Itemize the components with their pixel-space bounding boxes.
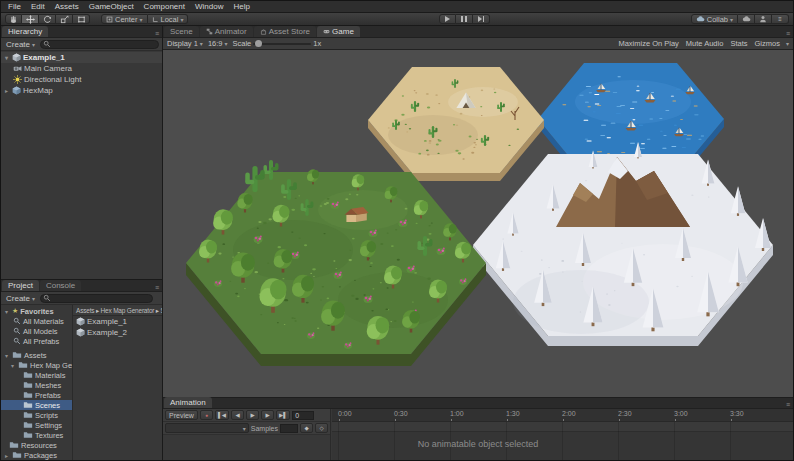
folder-scenes-selected[interactable]: Scenes — [1, 400, 72, 410]
hand-tool-button[interactable] — [5, 14, 22, 24]
panel-menu-icon[interactable]: ≡ — [155, 284, 159, 291]
scene-row[interactable]: ▾ Example_1 — [1, 52, 162, 63]
move-tool-button[interactable] — [22, 14, 39, 24]
favorite-all-prefabs[interactable]: All Prefabs — [1, 336, 72, 346]
tab-project[interactable]: Project — [2, 280, 39, 291]
menu-component[interactable]: Component — [139, 2, 190, 11]
mute-audio-toggle[interactable]: Mute Audio — [686, 39, 724, 48]
search-icon — [43, 40, 51, 48]
tab-scene[interactable]: Scene — [164, 26, 199, 37]
menu-help[interactable]: Help — [228, 2, 254, 11]
rotate-tool-button[interactable] — [39, 14, 56, 24]
stats-toggle[interactable]: Stats — [730, 39, 747, 48]
folder-settings[interactable]: Settings — [1, 420, 72, 430]
hierarchy-create-button[interactable]: Create▾ — [4, 40, 37, 49]
rotate-icon — [43, 15, 52, 24]
panel-menu-icon[interactable]: ≡ — [786, 30, 790, 37]
expander-icon[interactable]: ▸ — [3, 87, 10, 94]
hierarchy-item-directional-light[interactable]: Directional Light — [1, 74, 162, 85]
project-tabstrip: Project Console ≡ — [1, 280, 162, 292]
folder-packages[interactable]: ▸ Packages — [1, 450, 72, 460]
file-example-1[interactable]: Example_1 — [73, 316, 162, 327]
collab-button[interactable]: Collab▾ — [691, 14, 738, 24]
folder-meshes[interactable]: Meshes — [1, 380, 72, 390]
menu-assets[interactable]: Assets — [50, 2, 84, 11]
camera-icon — [13, 64, 22, 73]
next-key-button[interactable]: ▶ — [261, 410, 274, 420]
project-create-button[interactable]: Create▾ — [4, 294, 37, 303]
first-key-button[interactable]: ▌◀ — [215, 410, 229, 420]
cloud-services-button[interactable] — [738, 14, 755, 24]
account-button[interactable] — [755, 14, 772, 24]
scale-tool-button[interactable] — [56, 14, 73, 24]
tab-console[interactable]: Console — [40, 280, 81, 291]
project-search[interactable] — [40, 294, 153, 303]
anim-play-button[interactable]: ▶ — [246, 410, 259, 420]
step-button[interactable] — [473, 14, 490, 24]
pivot-rotation-button[interactable]: Local▾ — [148, 14, 189, 24]
favorite-all-materials[interactable]: All Materials — [1, 316, 72, 326]
tab-animation[interactable]: Animation — [164, 397, 212, 408]
hierarchy-search[interactable] — [40, 40, 159, 49]
folder-materials[interactable]: Materials — [1, 370, 72, 380]
timeline-ruler[interactable]: 0:00 0:30 1:00 1:30 2:00 2:30 3:00 3:30 — [332, 409, 793, 422]
slider-thumb[interactable] — [255, 40, 262, 47]
tab-hierarchy[interactable]: Hierarchy — [2, 26, 48, 37]
frame-field[interactable] — [292, 411, 314, 420]
file-example-2[interactable]: Example_2 — [73, 327, 162, 338]
folder-textures[interactable]: Textures — [1, 430, 72, 440]
game-viewport[interactable] — [163, 50, 793, 397]
preview-toggle[interactable]: Preview — [165, 410, 198, 420]
menu-file[interactable]: File — [3, 2, 26, 11]
record-button[interactable]: ● — [200, 410, 213, 420]
animation-empty-message: No animatable object selected — [163, 439, 793, 449]
play-button[interactable] — [439, 14, 456, 24]
tab-game[interactable]: Game — [317, 26, 360, 37]
caret-down-icon: ▾ — [200, 40, 203, 47]
light-icon — [13, 75, 22, 84]
aspect-dropdown[interactable]: 16:9▾ — [208, 39, 228, 48]
breadcrumb[interactable]: Assets ▸ Hex Map Generator ▸ Scenes — [73, 305, 162, 316]
folder-scripts[interactable]: Scripts — [1, 410, 72, 420]
scale-slider[interactable] — [253, 43, 311, 45]
folder-prefabs[interactable]: Prefabs — [1, 390, 72, 400]
add-event-button[interactable]: ◇ — [315, 423, 328, 433]
unity-scene-icon — [12, 53, 21, 62]
add-keyframe-button[interactable]: ◆ — [300, 423, 313, 433]
gizmos-dropdown[interactable]: Gizmos ▾ — [754, 39, 789, 48]
caret-down-icon: ▾ — [730, 16, 733, 23]
panel-menu-icon[interactable]: ≡ — [786, 401, 790, 408]
folder-assets[interactable]: ▾ Assets — [1, 350, 72, 360]
tab-asset-store[interactable]: Asset Store — [254, 26, 316, 37]
favorites-row[interactable]: ▾ ★ Favorites — [1, 306, 72, 316]
pivot-mode-button[interactable]: Center▾ — [101, 14, 148, 24]
animation-timeline[interactable]: 0:00 0:30 1:00 1:30 2:00 2:30 3:00 3:30 — [332, 409, 793, 460]
hierarchy-item-main-camera[interactable]: Main Camera — [1, 63, 162, 74]
clip-dropdown[interactable]: ▾ — [165, 423, 249, 433]
hierarchy-item-hexmap[interactable]: ▸ HexMap — [1, 85, 162, 96]
menu-gameobject[interactable]: GameObject — [84, 2, 139, 11]
layers-button[interactable]: ≡ — [772, 14, 789, 24]
tab-animator[interactable]: Animator — [200, 26, 253, 37]
rect-tool-button[interactable] — [73, 14, 90, 24]
prev-key-button[interactable]: ◀ — [231, 410, 244, 420]
main-toolbar: Center▾ Local▾ Collab▾ ≡ — [1, 13, 793, 26]
expander-icon[interactable]: ▾ — [3, 54, 10, 61]
samples-field[interactable] — [280, 424, 298, 433]
project-search-input[interactable] — [53, 294, 150, 302]
hierarchy-search-input[interactable] — [53, 40, 156, 48]
pause-button[interactable] — [456, 14, 473, 24]
menu-edit[interactable]: Edit — [26, 2, 50, 11]
menu-window[interactable]: Window — [190, 2, 228, 11]
maximize-on-play-toggle[interactable]: Maximize On Play — [618, 39, 678, 48]
display-dropdown[interactable]: Display 1▾ — [167, 39, 203, 48]
last-key-button[interactable]: ▶▌ — [276, 410, 290, 420]
favorite-all-models[interactable]: All Models — [1, 326, 72, 336]
folder-icon — [23, 401, 33, 409]
game-view-toolbar: Display 1▾ 16:9▾ Scale 1x Maximize On Pl… — [163, 38, 793, 50]
folder-resources[interactable]: Resources — [1, 440, 72, 450]
panel-menu-icon[interactable]: ≡ — [155, 30, 159, 37]
folder-icon — [9, 441, 19, 449]
caret-down-icon: ▾ — [32, 41, 35, 48]
folder-hex-map-generator[interactable]: ▾ Hex Map Generator — [1, 360, 72, 370]
